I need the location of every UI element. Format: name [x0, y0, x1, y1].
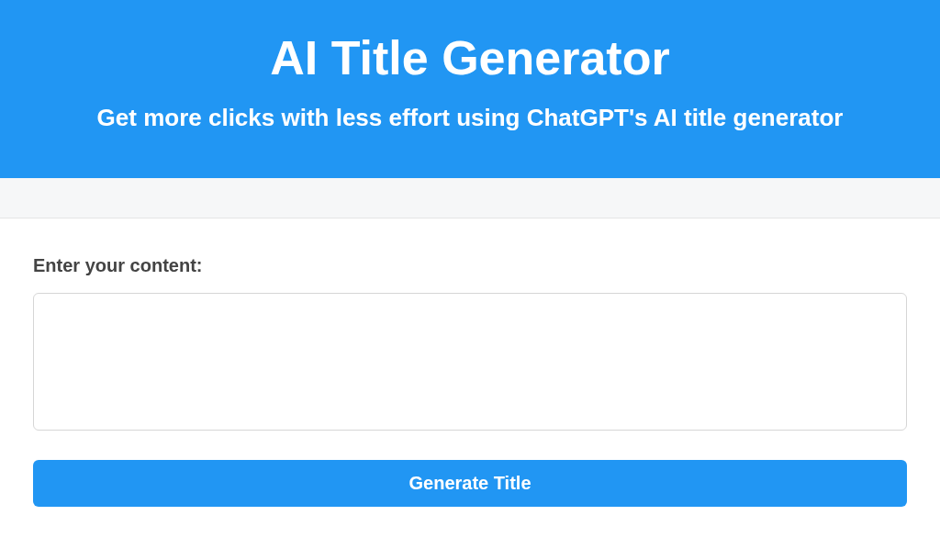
page-title: AI Title Generator	[37, 29, 903, 86]
section-separator	[0, 178, 940, 218]
form-section: Enter your content: Generate Title	[0, 218, 940, 507]
page-subtitle: Get more clicks with less effort using C…	[37, 103, 903, 134]
content-input[interactable]	[33, 293, 907, 431]
hero-banner: AI Title Generator Get more clicks with …	[0, 0, 940, 178]
generate-title-button[interactable]: Generate Title	[33, 460, 907, 507]
content-input-label: Enter your content:	[33, 255, 907, 276]
